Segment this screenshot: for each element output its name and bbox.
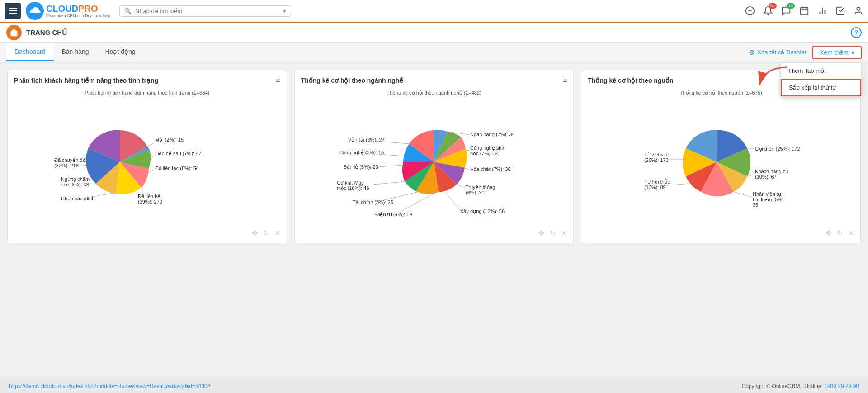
logo-cloud-icon: [25, 1, 44, 20]
svg-text:(6%): 30: (6%): 30: [466, 190, 485, 195]
sap-xep-lai-item[interactable]: Sắp xếp lại thứ tự: [781, 79, 861, 96]
user-button[interactable]: [854, 6, 863, 16]
svg-text:Đã chuyển đổi: Đã chuyển đổi: [54, 157, 87, 163]
svg-text:Công nghệ (3%): 16: Công nghệ (3%): 16: [339, 150, 384, 156]
card2-move-icon[interactable]: ✥: [538, 229, 544, 237]
search-input[interactable]: [135, 8, 279, 14]
svg-text:Ngân hàng (7%): 34: Ngân hàng (7%): 34: [470, 132, 514, 137]
svg-text:tìm kiếm (5%):: tìm kiếm (5%):: [753, 197, 785, 202]
card2-close-icon[interactable]: ✕: [561, 229, 567, 237]
tab-dashboard[interactable]: Dashboard: [6, 43, 54, 61]
add-button[interactable]: [745, 6, 755, 16]
notifications-button[interactable]: 51: [763, 6, 773, 16]
svg-text:Điện tử (4%): 19: Điện tử (4%): 19: [375, 212, 412, 218]
navbar: CLOUDPRO Phan mem CRM cho Doanh nghiep 🔍…: [0, 0, 868, 23]
svg-text:35: 35: [753, 202, 758, 208]
card2-actions: ✥ ↻ ✕: [301, 225, 567, 237]
calendar-button[interactable]: [799, 6, 809, 16]
card1-subtitle: Phân tích khách hàng tiềm năng theo tình…: [14, 90, 280, 96]
svg-text:(26%): 173: (26%): 173: [644, 157, 669, 163]
svg-line-65: [747, 175, 754, 176]
svg-text:Truyền thông: Truyền thông: [466, 185, 495, 190]
svg-text:Có liên lạc (8%): 56: Có liên lạc (8%): 56: [155, 166, 199, 171]
svg-text:(13%): 89: (13%): 89: [644, 185, 666, 190]
logo-cloud-text: CLOUD: [46, 4, 78, 14]
card1-refresh-icon[interactable]: ↻: [263, 229, 269, 237]
svg-text:(32%): 218: (32%): 218: [54, 163, 79, 168]
menu-icon[interactable]: [5, 3, 21, 19]
card1-close-icon[interactable]: ✕: [274, 229, 280, 237]
card3-pie-chart: Từ website (26%): 173 Từ hội thảo (13%):…: [622, 103, 821, 221]
tasks-button[interactable]: [835, 6, 845, 16]
svg-line-52: [457, 185, 465, 188]
svg-rect-4: [801, 8, 808, 15]
svg-line-20: [84, 193, 116, 198]
svg-text:Mới (2%): 15: Mới (2%): 15: [155, 137, 184, 142]
card1-menu-icon[interactable]: ≡: [276, 76, 280, 85]
chat-badge: 10: [787, 3, 795, 9]
xem-them-arrow: ▾: [851, 49, 854, 56]
chat-button[interactable]: 10: [781, 6, 791, 16]
xem-them-label: Xem thêm: [820, 49, 849, 56]
svg-line-49: [465, 168, 469, 170]
svg-text:sóc (6%): 38: sóc (6%): 38: [61, 182, 89, 187]
svg-text:(10%): 67: (10%): 67: [755, 174, 777, 180]
svg-text:học (7%): 34: học (7%): 34: [470, 151, 499, 156]
svg-line-42: [396, 192, 436, 214]
svg-text:Chưa xác minh: Chưa xác minh: [61, 196, 94, 201]
card-phan-tich-kh: Phân tích khách hàng tiềm năng theo tình…: [7, 70, 287, 244]
logo: CLOUDPRO Phan mem CRM cho Doanh nghiep: [25, 1, 110, 20]
card3-actions: ✥ ↻ ✕: [588, 225, 854, 237]
svg-text:Vận tải (6%): 27: Vận tải (6%): 27: [348, 137, 385, 143]
navbar-actions: 51 10: [745, 6, 863, 16]
card3-chart: Từ website (26%): 173 Từ hội thảo (13%):…: [588, 99, 854, 225]
help-button[interactable]: ?: [851, 27, 862, 38]
svg-line-22: [147, 143, 154, 147]
svg-text:Liên hệ sau (7%): 47: Liên hệ sau (7%): 47: [155, 151, 201, 156]
notification-badge: 51: [769, 3, 777, 9]
tab-actions: ⊗ Xóa tất cả Dashlet Xem thêm ▾: [749, 46, 862, 59]
tab-ban-hang[interactable]: Bán hàng: [54, 43, 97, 61]
svg-text:(39%): 270: (39%): 270: [138, 199, 162, 204]
svg-text:Xây dựng (12%): 56: Xây dựng (12%): 56: [460, 208, 505, 214]
tab-bar: Dashboard Bán hàng Hoạt động ⊗ Xóa tất c…: [0, 43, 868, 62]
svg-text:Ngừng chăm: Ngừng chăm: [61, 176, 90, 182]
xem-them-button[interactable]: Xem thêm ▾: [812, 46, 862, 59]
svg-line-54: [445, 192, 461, 211]
svg-text:Hóa chất (7%): 36: Hóa chất (7%): 36: [470, 166, 511, 172]
card1-move-icon[interactable]: ✥: [252, 229, 258, 237]
tab-hoat-dong[interactable]: Hoạt động: [97, 43, 143, 61]
card3-refresh-icon[interactable]: ↻: [837, 229, 843, 237]
card2-chart: Vận tải (6%): 27 Công nghệ (3%): 16 Bán …: [301, 99, 567, 225]
card3-move-icon[interactable]: ✥: [826, 229, 831, 237]
search-dropdown-arrow[interactable]: ▾: [283, 8, 286, 14]
main-content: Phân tích khách hàng tiềm năng theo tình…: [0, 62, 868, 374]
card1-pie-chart: Đã chuyển đổi (32%): 218 Ngừng chăm sóc …: [47, 103, 246, 221]
svg-text:Khách hàng cũ: Khách hàng cũ: [755, 169, 788, 174]
page-title: TRANG CHỦ: [26, 28, 67, 37]
card2-refresh-icon[interactable]: ↻: [550, 229, 556, 237]
card3-close-icon[interactable]: ✕: [848, 229, 854, 237]
card-thong-ke-nganh: Thống kê cơ hội theo ngành nghề ≡ Thống …: [294, 70, 574, 244]
them-tab-moi-item[interactable]: Thêm Tab mới: [781, 63, 861, 79]
xoa-dashlet-button[interactable]: ⊗ Xóa tất cả Dashlet: [749, 48, 806, 57]
card2-title: Thống kê cơ hội theo ngành nghề: [301, 76, 567, 85]
card2-menu-icon[interactable]: ≡: [563, 76, 567, 85]
card2-subtitle: Thống kê cơ hội theo ngành nghề (Σ=482): [301, 90, 567, 96]
svg-text:Tài chính (5%): 25: Tài chính (5%): 25: [353, 199, 393, 205]
card2-pie-chart: Vận tải (6%): 27 Công nghệ (3%): 16 Bán …: [330, 101, 538, 223]
card1-chart: Đã chuyển đổi (32%): 218 Ngừng chăm sóc …: [14, 99, 280, 225]
search-bar[interactable]: 🔍 ▾: [119, 5, 291, 17]
svg-line-69: [734, 192, 752, 197]
dashboard-cards: Phân tích khách hàng tiềm năng theo tình…: [7, 70, 861, 244]
svg-text:móc (10%): 46: móc (10%): 46: [337, 185, 369, 191]
svg-text:Gọi điện (25%): 172: Gọi điện (25%): 172: [755, 146, 800, 152]
logo-tagline: Phan mem CRM cho Doanh nghiep: [46, 14, 110, 18]
chart-button[interactable]: [817, 6, 827, 16]
svg-text:Cơ khí, Máy: Cơ khí, Máy: [337, 180, 364, 185]
xoa-dashlet-icon: ⊗: [749, 48, 755, 57]
xoa-dashlet-label: Xóa tất cả Dashlet: [757, 49, 806, 56]
svg-point-11: [857, 7, 860, 10]
sub-header: TRANG CHỦ ?: [0, 23, 868, 43]
logo-pro-text: PRO: [78, 4, 98, 14]
